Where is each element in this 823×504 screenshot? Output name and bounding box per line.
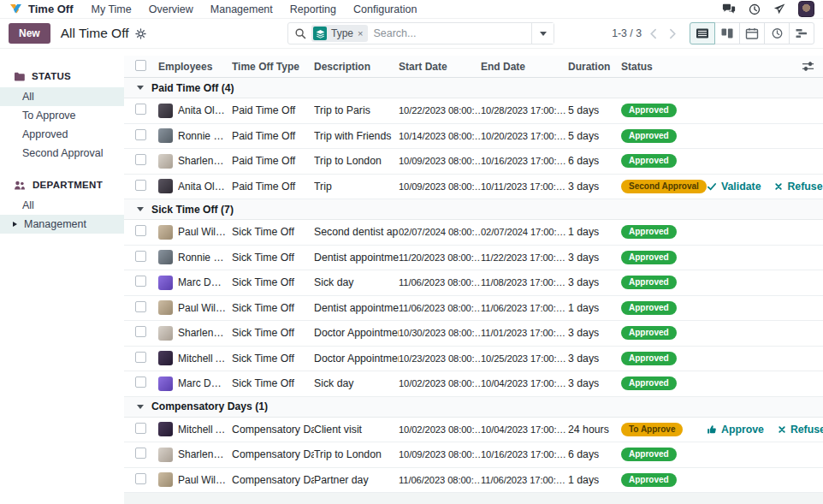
table-row[interactable]: Paul Williams Compensatory Days Partner … <box>124 468 823 494</box>
new-button[interactable]: New <box>9 23 50 44</box>
avatar <box>158 225 173 240</box>
end-date: 11/22/2023 17:00:… <box>481 252 568 263</box>
row-checkbox[interactable] <box>135 154 146 165</box>
kanban-view-icon[interactable] <box>714 22 740 44</box>
table-row[interactable]: Marc Demo Sick Time Off Sick day 11/06/2… <box>124 270 823 296</box>
sidebar-item-approved[interactable]: Approved <box>0 125 124 144</box>
table-row[interactable]: Ronnie Hart Paid Time Off Trip with Frie… <box>124 124 823 150</box>
app-switcher[interactable]: Time Off <box>9 3 82 16</box>
facet-label: Type <box>331 27 353 39</box>
sidebar-item-department-all[interactable]: All <box>0 196 124 215</box>
gear-icon[interactable] <box>135 28 146 39</box>
messages-icon[interactable] <box>722 3 736 15</box>
employee-name: Marc Demo <box>178 276 227 288</box>
plane-icon[interactable] <box>773 3 785 15</box>
col-description[interactable]: Description <box>314 61 399 73</box>
table-row[interactable]: Sharlene Rhodes Paid Time Off Trip to Lo… <box>124 149 823 175</box>
search-facet-type[interactable]: Type × <box>311 25 368 42</box>
start-date: 11/06/2023 08:00:… <box>399 303 481 313</box>
row-checkbox[interactable] <box>135 104 146 115</box>
nav-item-configuration[interactable]: Configuration <box>346 3 424 15</box>
sidebar-item-status-all[interactable]: All <box>0 87 124 106</box>
nav-item-overview[interactable]: Overview <box>141 3 201 15</box>
pager-prev-button[interactable] <box>648 28 660 39</box>
facet-remove-icon[interactable]: × <box>358 29 363 39</box>
col-employees[interactable]: Employees <box>158 61 232 73</box>
activities-clock-icon[interactable] <box>749 3 761 15</box>
approve-button[interactable]: Approve <box>707 424 764 436</box>
table-header: Employees Time Off Type Description Star… <box>124 56 823 78</box>
layers-icon <box>313 27 327 40</box>
optional-columns-icon[interactable] <box>802 60 823 73</box>
table-row[interactable]: Ronnie Hart Sick Time Off Dentist appoin… <box>124 246 823 271</box>
row-checkbox[interactable] <box>135 251 146 262</box>
validate-button[interactable]: Validate <box>707 181 761 193</box>
sidebar-item-second-approval[interactable]: Second Approval <box>0 144 124 163</box>
timeoff-type: Compensatory Days <box>232 424 314 436</box>
top-navbar: Time Off My Time Overview Management Rep… <box>0 0 823 19</box>
table-row[interactable]: Mitchell Admin Compensatory Days Client … <box>124 418 823 443</box>
nav-item-reporting[interactable]: Reporting <box>282 3 344 15</box>
table-row[interactable]: Paul Williams Sick Time Off Dentist appo… <box>124 296 823 322</box>
avatar <box>158 154 173 169</box>
table-row[interactable]: Paul Williams Sick Time Off Second denti… <box>124 220 823 246</box>
refuse-button[interactable]: Refuse <box>774 181 822 193</box>
row-checkbox[interactable] <box>135 473 146 484</box>
select-all-checkbox[interactable] <box>135 60 146 71</box>
nav-item-my-time[interactable]: My Time <box>84 3 139 15</box>
description: Doctor Appointment <box>314 327 399 339</box>
search-input[interactable] <box>368 27 531 39</box>
table-row[interactable]: Sharlene Rhodes Compensatory Days Trip t… <box>124 442 823 468</box>
duration: 1 days <box>568 226 621 238</box>
row-checkbox[interactable] <box>135 129 146 140</box>
duration: 1 days <box>568 474 621 486</box>
nav-item-management[interactable]: Management <box>203 3 281 15</box>
description: Partner day <box>314 474 399 486</box>
user-avatar[interactable] <box>798 1 814 17</box>
row-checkbox[interactable] <box>135 326 146 337</box>
avatar <box>158 128 173 143</box>
group-header[interactable]: Paid Time Off (4) <box>124 78 823 98</box>
duration: 3 days <box>568 276 621 288</box>
search-bar[interactable]: Type × <box>287 22 554 44</box>
sidebar-item-management[interactable]: Management <box>0 215 124 234</box>
group-header[interactable]: Sick Time Off (7) <box>124 199 823 220</box>
row-checkbox[interactable] <box>135 352 146 363</box>
search-dropdown-toggle[interactable] <box>531 23 554 44</box>
table-row[interactable]: Sharlene Rhodes Sick Time Off Doctor App… <box>124 321 823 347</box>
gantt-view-icon[interactable] <box>789 22 814 44</box>
sidebar-item-to-approve[interactable]: To Approve <box>0 106 124 125</box>
group-header[interactable]: Compensatory Days (1) <box>124 397 823 418</box>
employee-name: Paul Williams <box>178 474 227 486</box>
table-row[interactable]: Marc Demo Sick Time Off Sick day 10/02/2… <box>124 371 823 397</box>
col-timeoff-type[interactable]: Time Off Type <box>232 61 314 73</box>
row-checkbox[interactable] <box>135 301 146 312</box>
refuse-button[interactable]: Refuse <box>778 424 823 436</box>
row-checkbox[interactable] <box>135 423 146 434</box>
calendar-view-icon[interactable] <box>739 22 765 44</box>
row-checkbox[interactable] <box>135 276 146 287</box>
row-checkbox[interactable] <box>135 180 146 191</box>
start-date: 10/14/2023 08:00:… <box>399 131 481 141</box>
col-status[interactable]: Status <box>621 61 707 73</box>
employee-name: Paul Williams <box>178 302 227 314</box>
duration: 3 days <box>568 353 621 365</box>
timeoff-type: Paid Time Off <box>232 181 314 193</box>
end-date: 11/06/2023 17:00:… <box>481 475 568 485</box>
duration: 1 days <box>568 302 621 314</box>
row-checkbox[interactable] <box>135 448 146 459</box>
table-row[interactable]: Mitchell Admin Sick Time Off Doctor Appo… <box>124 347 823 372</box>
col-duration[interactable]: Duration <box>568 61 621 73</box>
start-date: 02/07/2024 08:00:… <box>399 227 481 237</box>
row-checkbox[interactable] <box>135 377 146 388</box>
col-start-date[interactable]: Start Date <box>399 61 481 73</box>
row-checkbox[interactable] <box>135 225 146 236</box>
table-row[interactable]: Anita Oliver Paid Time Off Trip 10/09/20… <box>124 175 823 200</box>
pager-next-button[interactable] <box>666 28 678 39</box>
list-view-icon[interactable] <box>690 22 715 44</box>
control-panel: New All Time Off <box>0 19 823 49</box>
table-row[interactable]: Anita Oliver Paid Time Off Trip to Paris… <box>124 98 823 124</box>
activity-view-icon[interactable] <box>764 22 790 44</box>
col-end-date[interactable]: End Date <box>481 61 568 73</box>
description: Sick day <box>314 276 399 288</box>
